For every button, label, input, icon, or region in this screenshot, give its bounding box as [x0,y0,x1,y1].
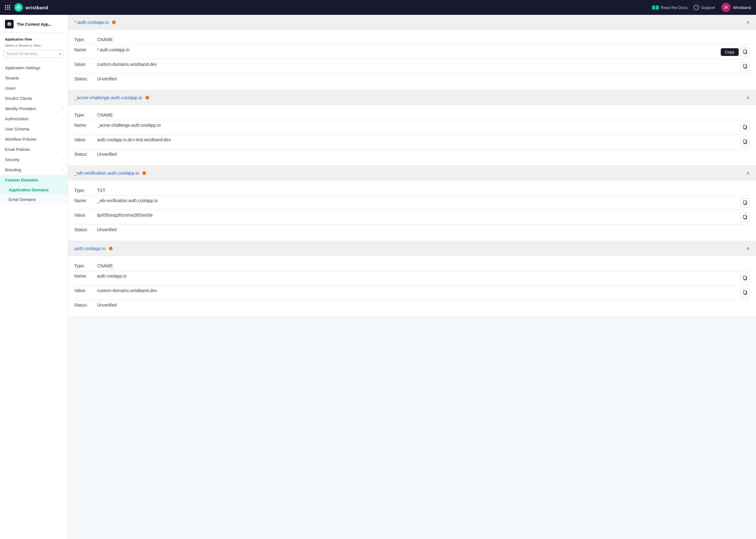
svg-rect-11 [743,200,746,204]
copy-icon [743,290,747,295]
app-header: The Coolest App... [0,15,68,33]
copy-icon-button-name-1[interactable] [740,47,750,56]
domain-field-name-3: Name: _wb-verification.auth.coolapp.io [74,195,750,210]
domain-card-header-2[interactable]: _acme-challenge.auth.coolapp.io ∧ [68,90,756,105]
copy-icon [743,139,747,144]
domain-field-type-2: Type: CNAME [74,110,750,120]
domain-field-value-3: Value: tjorl35onqzthcmme26f2ie43e [74,210,750,224]
copy-icon-button-name-3[interactable] [740,198,750,207]
domain-field-status-4: Status: Unverified [74,300,750,310]
domain-header-left-4: auth.coolapp.io [74,246,113,251]
collapse-icon-4[interactable]: ∧ [746,245,750,251]
avatar: JV [721,3,731,12]
copy-icon [743,125,747,130]
domain-header-left-3: _wb-verification.auth.coolapp.io [74,170,146,176]
user-name: Wristband [733,5,751,10]
svg-rect-7 [743,125,746,128]
collapse-icon-1[interactable]: ∧ [746,19,750,25]
sidebar-item-authorization[interactable]: Authorization › [0,114,68,124]
sidebar-item-app-settings[interactable]: Application Settings [0,63,68,73]
domain-card-3: _wb-verification.auth.coolapp.io ∧ Type:… [68,166,756,241]
user-menu[interactable]: JV Wristband [721,3,751,12]
copy-icon-button-value-4[interactable] [740,288,750,297]
domain-field-status-3: Status: Unverified [74,225,750,235]
tenant-search[interactable]: Search for tenants... ▾ [4,50,64,58]
docs-icon [652,6,659,10]
sidebar-item-email-policies[interactable]: Email Policies [0,144,68,155]
domain-field-name-2: Name: _acme-challenge.auth.coolapp.io [74,120,750,134]
chevron-right-icon: › [62,117,63,120]
sidebar-item-identity-providers[interactable]: Identity Providers › [0,104,68,114]
domain-card-header-3[interactable]: _wb-verification.auth.coolapp.io ∧ [68,166,756,181]
sidebar-subitem-application-domains[interactable]: Application Domains [0,185,68,195]
domain-card-2: _acme-challenge.auth.coolapp.io ∧ Type: … [68,90,756,166]
copy-icon [743,276,747,281]
domain-field-status-1: Status: Unverified [74,74,750,84]
domain-status-dot-1 [112,20,116,24]
copy-icon-button-value-1[interactable] [740,62,750,71]
domain-name-1: *.auth.coolapp.io [74,20,109,25]
sidebar-item-user-schema[interactable]: User Schema [0,124,68,134]
sidebar-submenu-custom-domains: Application Domains Email Domains [0,185,68,204]
app-title: The Coolest App... [17,22,52,27]
domain-header-left-1: *.auth.coolapp.io [74,20,116,25]
domain-header-left-2: _acme-challenge.auth.coolapp.io [74,95,149,100]
copy-button-name-1[interactable]: Copy [721,48,739,56]
copy-icon-button-name-2[interactable] [740,123,750,132]
domain-field-value-2: Value: auth.coolapp.io.dcv-test.wristban… [74,135,750,149]
domain-name-3: _wb-verification.auth.coolapp.io [74,170,139,176]
domain-field-actions-value-1 [740,62,750,71]
svg-rect-13 [743,215,746,218]
svg-rect-5 [743,64,746,68]
copy-icon [743,215,747,220]
domain-card-header-1[interactable]: *.auth.coolapp.io ∧ [68,15,756,30]
collapse-icon-2[interactable]: ∧ [746,95,750,101]
sidebar: The Coolest App... Application View Sele… [0,15,68,539]
sidebar-item-tenants[interactable]: Tenants [0,73,68,83]
domain-field-type-4: Type: CNAME [74,261,750,271]
sidebar-item-custom-domains[interactable]: Custom Domains ⌄ [0,175,68,185]
logo-wrap: wristband [14,3,48,12]
domain-field-value-1: Value: custom-domains.wristband.dev [74,59,750,74]
brand-name: wristband [25,5,48,10]
read-the-docs-link[interactable]: Read the Docs [652,5,687,10]
sidebar-item-branding[interactable]: Branding › [0,165,68,175]
domain-field-actions-value-4 [740,288,750,297]
domain-field-value-4: Value: custom-domains.wristband.dev [74,285,750,300]
domain-field-actions-name-1: Copy [721,47,750,56]
sidebar-item-security[interactable]: Security › [0,155,68,165]
domain-field-actions-value-2 [740,137,750,146]
copy-icon-button-value-3[interactable] [740,213,750,222]
copy-icon-button-name-4[interactable] [740,273,750,283]
svg-rect-9 [743,140,746,143]
domain-name-4: auth.coolapp.io [74,246,106,251]
copy-icon [743,64,747,69]
collapse-icon-3[interactable]: ∧ [746,170,750,176]
sidebar-nav: Application Settings Tenants Users OAuth… [0,61,68,204]
domain-status-dot-2 [145,96,149,100]
copy-icon-button-value-2[interactable] [740,137,750,146]
domain-card-4: auth.coolapp.io ∧ Type: CNAME Name: auth… [68,241,756,317]
chevron-down-icon: ⌄ [60,178,63,182]
sidebar-item-workflow-policies[interactable]: Workflow Policies [0,134,68,144]
svg-point-1 [18,7,20,8]
domain-field-type-1: Type: CNAME [74,35,750,44]
select-tenant-label: Select a Tenant to View: [0,42,68,48]
sidebar-item-users[interactable]: Users [0,83,68,93]
chevron-right-icon: › [62,168,63,172]
chevron-right-icon: › [62,158,63,161]
support-link[interactable]: ? Support [694,5,715,10]
top-navigation: wristband Read the Docs ? Support JV Wri… [0,0,756,15]
domain-field-status-2: Status: Unverified [74,149,750,159]
domain-field-actions-name-2 [740,123,750,132]
svg-rect-17 [743,290,746,294]
sidebar-subitem-email-domains[interactable]: Email Domains [0,195,68,204]
domain-card-body-2: Type: CNAME Name: _acme-challenge.auth.c… [68,105,756,165]
support-icon: ? [694,5,699,10]
domain-field-name-1: Name: *.auth.coolapp.io Copy [74,45,750,59]
logo-icon [14,3,23,12]
svg-rect-15 [743,276,746,279]
sidebar-item-oauth2-clients[interactable]: OAuth2 Clients [0,93,68,104]
domain-card-header-4[interactable]: auth.coolapp.io ∧ [68,241,756,256]
grid-menu-icon[interactable] [5,5,11,10]
